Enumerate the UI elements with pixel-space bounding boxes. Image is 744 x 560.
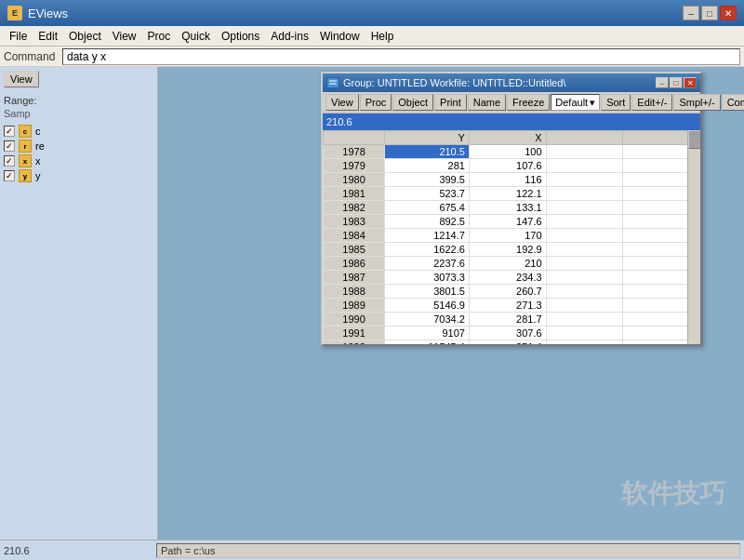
group-smpl-button[interactable]: Smpl+/-	[673, 94, 720, 111]
menu-object[interactable]: Object	[63, 28, 107, 45]
cell-x[interactable]: 351.4	[469, 340, 546, 345]
menu-proc[interactable]: Proc	[142, 28, 177, 45]
group-minimize-button[interactable]: –	[656, 77, 669, 88]
group-freeze-button[interactable]: Freeze	[507, 94, 550, 111]
checkbox-resid[interactable]: ✓	[4, 140, 15, 152]
group-proc-button[interactable]: Proc	[360, 94, 392, 111]
menu-addins[interactable]: Add-ins	[265, 28, 314, 45]
cell-y[interactable]: 2237.6	[385, 257, 470, 271]
cell-y[interactable]: 11545.4	[385, 340, 470, 345]
table-row[interactable]: 19873073.3234.3	[324, 271, 700, 285]
group-maximize-button[interactable]: □	[670, 77, 683, 88]
menu-quick[interactable]: Quick	[176, 28, 216, 45]
cell-x[interactable]: 307.6	[469, 327, 546, 340]
cell-year[interactable]: 1988	[324, 285, 385, 299]
table-row[interactable]: 19907034.2281.7	[324, 313, 700, 327]
sidebar-item-x[interactable]: ✓ x x	[4, 154, 153, 167]
checkbox-y[interactable]: ✓	[4, 170, 15, 181]
cell-year[interactable]: 1982	[324, 201, 385, 215]
minimize-button[interactable]: –	[683, 6, 699, 20]
cell-year[interactable]: 1990	[324, 313, 385, 327]
table-scrollbar[interactable]	[687, 130, 700, 344]
group-close-button[interactable]: ✕	[684, 77, 697, 88]
group-compare-button[interactable]: Compare+/-	[722, 94, 744, 111]
table-row[interactable]: 1978210.5100	[324, 145, 700, 159]
cell-year[interactable]: 1979	[324, 159, 385, 173]
command-input[interactable]: data y x	[62, 48, 740, 65]
cell-y[interactable]: 3801.5	[385, 285, 470, 299]
table-row[interactable]: 1980399.5116	[324, 173, 700, 187]
menu-options[interactable]: Options	[216, 28, 265, 45]
cell-y[interactable]: 523.7	[385, 187, 470, 201]
group-object-button[interactable]: Object	[392, 94, 433, 111]
cell-x[interactable]: 122.1	[469, 187, 546, 201]
cell-x[interactable]: 100	[469, 145, 546, 159]
cell-x[interactable]: 271.3	[469, 299, 546, 313]
table-row[interactable]: 1982675.4133.1	[324, 201, 700, 215]
cell-x[interactable]: 116	[469, 173, 546, 187]
cell-y[interactable]: 3073.3	[385, 271, 470, 285]
cell-y[interactable]: 1622.6	[385, 243, 470, 257]
cell-year[interactable]: 1991	[324, 327, 385, 340]
table-row[interactable]: 199211545.4351.4	[324, 340, 700, 345]
cell-year[interactable]: 1983	[324, 215, 385, 229]
group-view-button[interactable]: View	[326, 94, 359, 111]
menu-file[interactable]: File	[4, 28, 33, 45]
menu-view[interactable]: View	[107, 28, 142, 45]
cell-x[interactable]: 192.9	[469, 243, 546, 257]
table-row[interactable]: 19883801.5260.7	[324, 285, 700, 299]
cell-y[interactable]: 7034.2	[385, 313, 470, 327]
group-default-dropdown[interactable]: Default ▾	[551, 94, 600, 111]
cell-y[interactable]: 9107	[385, 327, 470, 340]
sidebar-item-resid[interactable]: ✓ r re	[4, 140, 153, 153]
cell-y[interactable]: 281	[385, 159, 470, 173]
table-row[interactable]: 1981523.7122.1	[324, 187, 700, 201]
group-name-button[interactable]: Name	[468, 94, 506, 111]
cell-y[interactable]: 210.5	[385, 145, 470, 159]
close-button[interactable]: ✕	[720, 6, 737, 20]
table-row[interactable]: 19895146.9271.3	[324, 299, 700, 313]
cell-y[interactable]: 399.5	[385, 173, 470, 187]
cell-y[interactable]: 5146.9	[385, 299, 470, 313]
menu-edit[interactable]: Edit	[33, 28, 63, 45]
menu-help[interactable]: Help	[365, 28, 400, 45]
group-edit-button[interactable]: Edit+/-	[631, 94, 672, 111]
table-row[interactable]: 1979281107.6	[324, 159, 700, 173]
cell-x[interactable]: 260.7	[469, 285, 546, 299]
cell-x[interactable]: 210	[469, 257, 546, 271]
cell-year[interactable]: 1985	[324, 243, 385, 257]
cell-year[interactable]: 1987	[324, 271, 385, 285]
checkbox-x[interactable]: ✓	[4, 155, 15, 167]
cell-x[interactable]: 170	[469, 229, 546, 243]
sidebar-view-button[interactable]: View	[4, 71, 39, 87]
maximize-button[interactable]: □	[701, 6, 718, 20]
table-row[interactable]: 19919107307.6	[324, 327, 700, 340]
data-table-container[interactable]: Y X 1978210.51001979281107.61980399.5116…	[323, 130, 700, 344]
cell-x[interactable]: 133.1	[469, 201, 546, 215]
cell-year[interactable]: 1989	[324, 299, 385, 313]
group-sort-button[interactable]: Sort	[601, 94, 631, 111]
cell-year[interactable]: 1981	[324, 187, 385, 201]
cell-y[interactable]: 1214.7	[385, 229, 470, 243]
table-row[interactable]: 19862237.6210	[324, 257, 700, 271]
cell-year[interactable]: 1980	[324, 173, 385, 187]
cell-y[interactable]: 892.5	[385, 215, 470, 229]
table-row[interactable]: 1983892.5147.6	[324, 215, 700, 229]
group-print-button[interactable]: Print	[434, 94, 467, 111]
checkbox-c[interactable]: ✓	[4, 126, 15, 137]
sidebar-item-c[interactable]: ✓ c c	[4, 125, 153, 138]
table-row[interactable]: 19841214.7170	[324, 229, 700, 243]
cell-x[interactable]: 234.3	[469, 271, 546, 285]
menu-window[interactable]: Window	[314, 28, 365, 45]
cell-year[interactable]: 1992	[324, 340, 385, 345]
cell-x[interactable]: 147.6	[469, 215, 546, 229]
cell-x[interactable]: 281.7	[469, 313, 546, 327]
cell-year[interactable]: 1986	[324, 257, 385, 271]
cell-year[interactable]: 1984	[324, 229, 385, 243]
scrollbar-thumb[interactable]	[688, 130, 700, 149]
cell-x[interactable]: 107.6	[469, 159, 546, 173]
sidebar-item-y[interactable]: ✓ y y	[4, 169, 153, 182]
cell-year[interactable]: 1978	[324, 145, 385, 159]
cell-y[interactable]: 675.4	[385, 201, 470, 215]
table-row[interactable]: 19851622.6192.9	[324, 243, 700, 257]
